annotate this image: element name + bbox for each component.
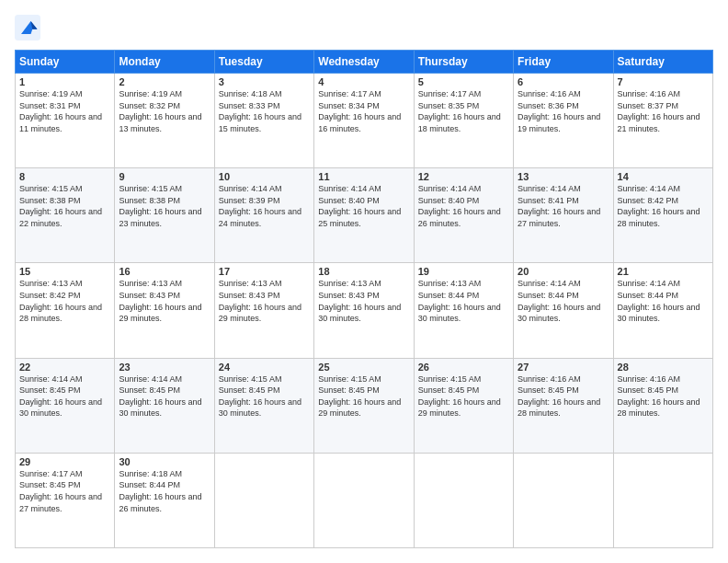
day-number: 22 [19,362,110,373]
table-row: 29Sunrise: 4:17 AMSunset: 8:45 PMDayligh… [16,453,115,547]
day-number: 1 [19,76,110,87]
day-number: 14 [618,171,709,182]
day-info: Sunrise: 4:18 AMSunset: 8:33 PMDaylight:… [219,88,310,134]
day-number: 6 [518,76,609,87]
day-number: 25 [318,362,409,373]
calendar-week-row: 8Sunrise: 4:15 AMSunset: 8:38 PMDaylight… [16,168,713,263]
day-info: Sunrise: 4:14 AMSunset: 8:45 PMDaylight:… [19,373,110,419]
table-row: 10Sunrise: 4:14 AMSunset: 8:39 PMDayligh… [214,168,313,263]
header-sunday: Sunday [16,51,115,74]
day-info: Sunrise: 4:13 AMSunset: 8:42 PMDaylight:… [19,278,110,324]
day-info: Sunrise: 4:14 AMSunset: 8:39 PMDaylight:… [219,183,310,229]
table-row: 30Sunrise: 4:18 AMSunset: 8:44 PMDayligh… [115,453,214,547]
table-row: 11Sunrise: 4:14 AMSunset: 8:40 PMDayligh… [314,168,414,263]
day-info: Sunrise: 4:14 AMSunset: 8:42 PMDaylight:… [618,183,709,229]
header-friday: Friday [514,51,613,74]
header-wednesday: Wednesday [314,51,414,74]
day-info: Sunrise: 4:13 AMSunset: 8:43 PMDaylight:… [318,278,409,324]
day-number: 17 [219,266,310,277]
table-row: 16Sunrise: 4:13 AMSunset: 8:43 PMDayligh… [115,263,214,358]
day-number: 3 [219,76,310,87]
table-row: 17Sunrise: 4:13 AMSunset: 8:43 PMDayligh… [214,263,313,358]
day-info: Sunrise: 4:19 AMSunset: 8:32 PMDaylight:… [119,88,210,134]
calendar-header-row: SundayMondayTuesdayWednesdayThursdayFrid… [16,51,713,74]
day-number: 9 [119,171,210,182]
day-info: Sunrise: 4:18 AMSunset: 8:44 PMDaylight:… [119,468,210,514]
day-info: Sunrise: 4:14 AMSunset: 8:44 PMDaylight:… [618,278,709,324]
day-info: Sunrise: 4:14 AMSunset: 8:45 PMDaylight:… [119,373,210,419]
table-row: 23Sunrise: 4:14 AMSunset: 8:45 PMDayligh… [115,358,214,453]
day-info: Sunrise: 4:17 AMSunset: 8:35 PMDaylight:… [418,88,509,134]
table-row: 14Sunrise: 4:14 AMSunset: 8:42 PMDayligh… [613,168,712,263]
table-row: 2Sunrise: 4:19 AMSunset: 8:32 PMDaylight… [115,74,214,168]
table-row: 19Sunrise: 4:13 AMSunset: 8:44 PMDayligh… [414,263,513,358]
table-row: 6Sunrise: 4:16 AMSunset: 8:36 PMDaylight… [514,74,613,168]
day-number: 18 [318,266,409,277]
table-row: 27Sunrise: 4:16 AMSunset: 8:45 PMDayligh… [514,358,613,453]
day-number: 13 [518,171,609,182]
day-number: 15 [19,266,110,277]
day-number: 7 [618,76,709,87]
day-number: 23 [119,362,210,373]
day-number: 19 [418,266,509,277]
day-number: 2 [119,76,210,87]
calendar-week-row: 15Sunrise: 4:13 AMSunset: 8:42 PMDayligh… [16,263,713,358]
day-info: Sunrise: 4:15 AMSunset: 8:38 PMDaylight:… [119,183,210,229]
day-number: 11 [318,171,409,182]
day-number: 20 [518,266,609,277]
table-row: 20Sunrise: 4:14 AMSunset: 8:44 PMDayligh… [514,263,613,358]
day-info: Sunrise: 4:16 AMSunset: 8:36 PMDaylight:… [518,88,609,134]
table-row [214,453,313,547]
day-info: Sunrise: 4:15 AMSunset: 8:45 PMDaylight:… [318,373,409,419]
day-info: Sunrise: 4:14 AMSunset: 8:44 PMDaylight:… [518,278,609,324]
table-row [314,453,414,547]
day-number: 5 [418,76,509,87]
table-row: 25Sunrise: 4:15 AMSunset: 8:45 PMDayligh… [314,358,414,453]
day-number: 12 [418,171,509,182]
day-number: 4 [318,76,409,87]
day-info: Sunrise: 4:17 AMSunset: 8:45 PMDaylight:… [19,468,110,514]
day-info: Sunrise: 4:17 AMSunset: 8:34 PMDaylight:… [318,88,409,134]
table-row: 5Sunrise: 4:17 AMSunset: 8:35 PMDaylight… [414,74,513,168]
day-info: Sunrise: 4:16 AMSunset: 8:37 PMDaylight:… [618,88,709,134]
day-number: 16 [119,266,210,277]
table-row: 9Sunrise: 4:15 AMSunset: 8:38 PMDaylight… [115,168,214,263]
day-info: Sunrise: 4:13 AMSunset: 8:43 PMDaylight:… [119,278,210,324]
page: SundayMondayTuesdayWednesdayThursdayFrid… [0,0,728,563]
table-row: 24Sunrise: 4:15 AMSunset: 8:45 PMDayligh… [214,358,313,453]
day-info: Sunrise: 4:13 AMSunset: 8:44 PMDaylight:… [418,278,509,324]
header-saturday: Saturday [613,51,712,74]
table-row: 12Sunrise: 4:14 AMSunset: 8:40 PMDayligh… [414,168,513,263]
header-monday: Monday [115,51,214,74]
day-info: Sunrise: 4:14 AMSunset: 8:40 PMDaylight:… [318,183,409,229]
table-row: 13Sunrise: 4:14 AMSunset: 8:41 PMDayligh… [514,168,613,263]
day-info: Sunrise: 4:15 AMSunset: 8:45 PMDaylight:… [219,373,310,419]
table-row: 4Sunrise: 4:17 AMSunset: 8:34 PMDaylight… [314,74,414,168]
calendar-table: SundayMondayTuesdayWednesdayThursdayFrid… [15,50,713,548]
day-info: Sunrise: 4:16 AMSunset: 8:45 PMDaylight:… [618,373,709,419]
day-info: Sunrise: 4:14 AMSunset: 8:41 PMDaylight:… [518,183,609,229]
day-info: Sunrise: 4:16 AMSunset: 8:45 PMDaylight:… [518,373,609,419]
day-number: 26 [418,362,509,373]
day-number: 24 [219,362,310,373]
logo [15,15,44,40]
day-number: 8 [19,171,110,182]
day-number: 29 [19,456,110,467]
table-row: 21Sunrise: 4:14 AMSunset: 8:44 PMDayligh… [613,263,712,358]
table-row: 1Sunrise: 4:19 AMSunset: 8:31 PMDaylight… [16,74,115,168]
day-number: 30 [119,456,210,467]
table-row: 15Sunrise: 4:13 AMSunset: 8:42 PMDayligh… [16,263,115,358]
day-number: 28 [618,362,709,373]
header-tuesday: Tuesday [214,51,313,74]
table-row: 7Sunrise: 4:16 AMSunset: 8:37 PMDaylight… [613,74,712,168]
day-number: 27 [518,362,609,373]
header-thursday: Thursday [414,51,513,74]
table-row: 18Sunrise: 4:13 AMSunset: 8:43 PMDayligh… [314,263,414,358]
header [15,15,713,40]
calendar-week-row: 1Sunrise: 4:19 AMSunset: 8:31 PMDaylight… [16,74,713,168]
day-number: 21 [618,266,709,277]
day-info: Sunrise: 4:15 AMSunset: 8:38 PMDaylight:… [19,183,110,229]
logo-icon [15,15,40,40]
table-row: 28Sunrise: 4:16 AMSunset: 8:45 PMDayligh… [613,358,712,453]
day-info: Sunrise: 4:15 AMSunset: 8:45 PMDaylight:… [418,373,509,419]
